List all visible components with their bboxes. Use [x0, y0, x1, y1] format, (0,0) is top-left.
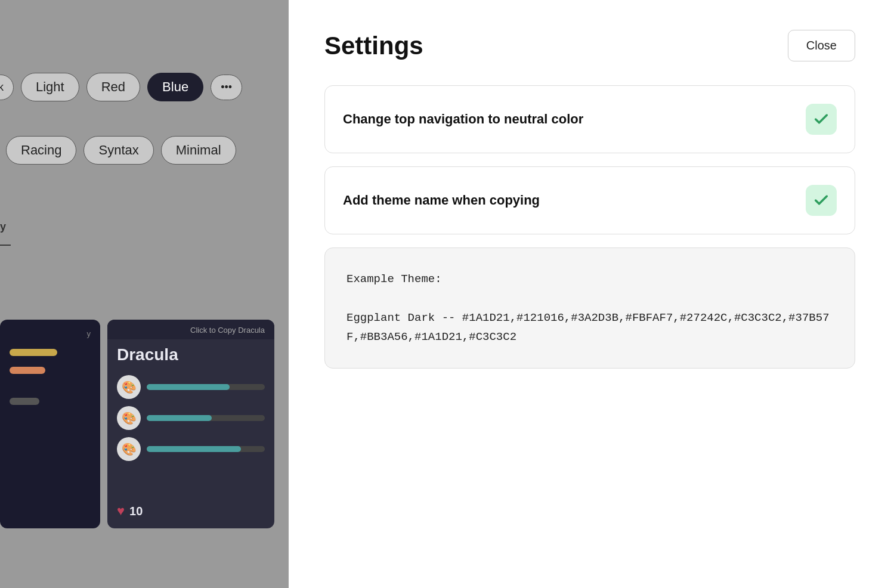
- setting-item-theme-name[interactable]: Add theme name when copying: [324, 166, 855, 234]
- settings-title: Settings: [324, 32, 423, 60]
- bar-yellow: [10, 349, 57, 356]
- bg-label-line1: y: [0, 221, 6, 233]
- dracula-card[interactable]: Click to Copy Dracula Dracula 🎨 🎨 🎨 ♥: [107, 320, 274, 528]
- checkbox-nav-color[interactable]: [806, 104, 837, 135]
- bar-gray: [10, 398, 39, 405]
- avatar-1: 🎨: [117, 375, 141, 399]
- likes-count: 10: [129, 505, 143, 518]
- setting-item-nav-color[interactable]: Change top navigation to neutral color: [324, 85, 855, 153]
- setting-label-nav-color: Change top navigation to neutral color: [343, 112, 583, 127]
- pill-light[interactable]: Light: [21, 73, 79, 101]
- row-bar-fill-3: [147, 446, 241, 452]
- setting-label-theme-name: Add theme name when copying: [343, 193, 540, 208]
- pill-minimal[interactable]: Minimal: [161, 136, 236, 165]
- dracula-title: Dracula: [107, 339, 274, 372]
- card-row-1: 🎨: [107, 372, 274, 403]
- pill-syntax[interactable]: Syntax: [83, 136, 153, 165]
- card-row-3: 🎨: [107, 434, 274, 465]
- avatar-2: 🎨: [117, 406, 141, 430]
- row-bar-bg-3: [147, 446, 265, 452]
- pill-racing[interactable]: Racing: [6, 136, 76, 165]
- theme-pills-row-1: k Light Red Blue •••: [0, 73, 242, 101]
- bar-orange: [10, 367, 45, 374]
- pill-k[interactable]: k: [0, 75, 14, 100]
- pill-more[interactable]: •••: [211, 75, 242, 100]
- row-bar-bg-1: [147, 384, 265, 390]
- settings-header: Settings Close: [324, 30, 855, 61]
- cards-area: y Click to Copy Dracula Dracula 🎨 🎨 🎨: [0, 320, 274, 528]
- example-theme-code: Example Theme: Eggplant Dark -- #1A1D21,…: [324, 247, 855, 369]
- row-bar-fill-1: [147, 384, 230, 390]
- row-bar-fill-2: [147, 415, 212, 421]
- pill-red[interactable]: Red: [86, 73, 140, 101]
- checkmark-icon-2: [813, 192, 830, 209]
- pill-blue[interactable]: Blue: [147, 73, 203, 101]
- bg-label-line2: —: [0, 239, 11, 251]
- close-button[interactable]: Close: [788, 30, 855, 61]
- checkmark-icon-1: [813, 111, 830, 128]
- card-likes: ♥ 10: [117, 503, 143, 519]
- card-row-2: 🎨: [107, 403, 274, 434]
- click-to-copy-label: Click to Copy Dracula: [190, 326, 265, 335]
- dark-theme-card: y: [0, 320, 100, 528]
- theme-pills-row-2: Racing Syntax Minimal: [6, 136, 236, 165]
- card-header: Click to Copy Dracula: [107, 320, 274, 339]
- heart-icon: ♥: [117, 503, 125, 519]
- avatar-3: 🎨: [117, 437, 141, 461]
- checkbox-theme-name[interactable]: [806, 185, 837, 216]
- row-bar-bg-2: [147, 415, 265, 421]
- settings-panel: Settings Close Change top navigation to …: [289, 0, 891, 588]
